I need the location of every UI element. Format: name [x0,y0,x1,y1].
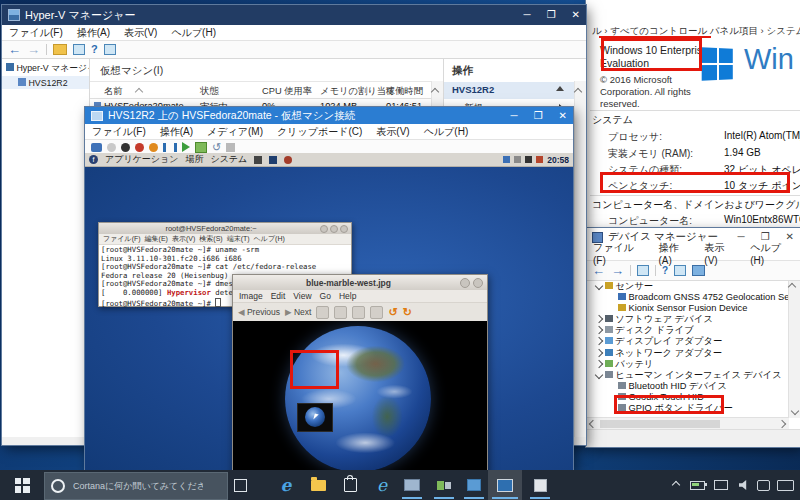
menu-edit[interactable]: Edit [271,291,286,301]
floppy-icon[interactable] [226,143,235,152]
actions-host-header[interactable]: HVS12R2 [444,82,586,99]
menu-help[interactable]: Help [339,291,356,301]
close-button[interactable] [340,225,348,233]
tree-item-kionix[interactable]: Kionix Sensor Fusion Device [596,303,789,314]
minimize-button[interactable] [460,278,470,288]
tray-alert-icon[interactable] [536,156,543,163]
ctrl-alt-del-icon[interactable] [91,143,102,152]
tree-item-host[interactable]: HVS12R2 [2,76,89,89]
rotate-right-icon[interactable]: ↻ [403,307,412,318]
scroll-thumb[interactable] [600,420,720,428]
viewer-titlebar[interactable]: blue-marble-west.jpg [233,275,487,290]
menu-action[interactable]: 操作(A) [153,125,200,139]
menu-edit[interactable]: 編集(E) [145,234,168,244]
scroll-left-icon[interactable] [589,420,597,428]
fedora-menu-icon[interactable]: f [89,155,98,164]
export-folder-icon[interactable] [53,44,67,55]
hyperv-titlebar[interactable]: Hyper-V マネージャー ─ ❐ ✕ [2,5,586,25]
start-icon[interactable] [107,143,116,152]
col-cpu[interactable]: CPU 使用率 [262,85,312,98]
tray-volume[interactable] [734,470,754,500]
tree-item-network-adapters[interactable]: ネットワーク アダプター [596,348,789,359]
menu-view[interactable]: 表示(V) [697,241,743,266]
menu-terminal[interactable]: 端末(T) [227,234,250,244]
menu-action[interactable]: 操作(A) [651,241,697,266]
menu-view[interactable]: 表示(V) [172,234,195,244]
taskbar-internet-explorer[interactable]: e [368,470,396,500]
system-window-titlebar[interactable] [586,0,800,22]
shutdown-icon[interactable] [135,143,144,152]
tree-item-hyperv-root[interactable]: Hyper-V マネージャー [2,59,89,76]
scroll-up-icon[interactable] [431,88,439,96]
menu-view[interactable]: View [293,291,311,301]
fullscreen-icon[interactable] [370,306,383,319]
col-name[interactable]: 名前 [104,85,123,98]
zoom-fit-icon[interactable] [334,306,347,319]
taskbar-store[interactable] [336,470,364,500]
menu-help[interactable]: ヘルプ(H) [743,241,800,266]
monitor-icon[interactable] [692,265,705,276]
minimize-button[interactable]: ─ [511,111,518,121]
tray-show-hidden[interactable] [666,470,686,500]
menu-file[interactable]: ファイル(F) [103,234,141,244]
menu-action[interactable]: 操作(A) [70,26,117,40]
menu-help[interactable]: ヘルプ(H) [254,234,285,244]
tray-battery[interactable] [686,470,708,500]
mate-menu-system[interactable]: システム [210,153,247,166]
menu-file[interactable]: ファイル(F) [85,125,153,139]
maximize-button[interactable] [330,225,338,233]
tree-item-display-adapters[interactable]: ディスプレイ アダプター [596,336,789,347]
tree-item-broadcom-gnss[interactable]: Broadcom GNSS 4752 Geolocation Sensor [596,292,789,303]
close-button[interactable]: ✕ [559,111,567,121]
taskbar-app-vmconnect-active[interactable] [488,470,522,500]
menu-view[interactable]: 表示(V) [117,26,164,40]
save-icon[interactable] [149,143,158,152]
tree-item-goodix-touch-hid[interactable]: Goodix Touch HID [596,392,789,403]
scroll-down-icon[interactable] [791,407,799,415]
menu-media[interactable]: メディア(M) [200,125,270,139]
next-button[interactable]: ▶ Next [285,307,311,317]
browser-launcher-icon[interactable] [269,156,277,164]
collapse-icon[interactable] [556,86,564,91]
tree-item-gpio-buttons[interactable]: GPIO ボタン ドライバー [596,403,789,414]
tray-volume-icon[interactable] [525,156,532,163]
tray-network-icon[interactable] [503,156,510,163]
taskbar-app-window[interactable] [460,470,488,500]
tree-item-sensors[interactable]: センサー [596,281,789,292]
revert-icon[interactable]: ↺ [212,142,221,153]
help-icon[interactable]: ? [91,44,98,55]
window-icon[interactable] [73,44,85,55]
menu-clipboard[interactable]: クリップボード(C) [270,125,369,139]
menu-help[interactable]: ヘルプ(H) [417,125,476,139]
actions-scrollbar[interactable] [574,81,586,437]
menu-image[interactable]: Image [239,291,263,301]
zoom-normal-icon[interactable] [352,306,365,319]
magnifier-thumbnail[interactable] [297,403,333,432]
vmconnect-titlebar[interactable]: HVS12R2 上の HVSFedora20mate - 仮想マシン接続 ─ ❐… [85,107,573,124]
forward-icon[interactable]: → [27,43,40,56]
scroll-up-icon[interactable] [788,283,796,291]
help-icon[interactable]: ? [662,266,668,276]
tree-item-bluetooth-hid[interactable]: Bluetooth HID デバイス [596,381,789,392]
tray-network[interactable] [710,470,732,500]
mate-clock[interactable]: 20:58 [547,155,569,165]
firefox-launcher-icon[interactable] [284,156,292,164]
menu-file[interactable]: ファイル(F) [2,26,70,40]
window-icon[interactable] [104,44,116,55]
tree-item-software-devices[interactable]: ソフトウェア デバイス [596,314,789,325]
mate-menu-applications[interactable]: アプリケーション [105,153,178,166]
rotate-left-icon[interactable]: ↺ [388,307,397,318]
maximize-button[interactable]: ❐ [534,111,543,121]
taskbar-app-hyperv[interactable] [398,470,426,500]
pause-icon[interactable] [163,143,177,152]
forward-icon[interactable]: → [611,264,624,277]
taskbar-app-device-manager[interactable] [526,470,554,500]
taskbar-edge[interactable]: e [272,470,300,500]
breadcrumb[interactable]: ル › すべてのコントロール パネル項目 › システム [592,25,800,38]
minimize-button[interactable] [320,225,328,233]
tree-item-disk-drives[interactable]: ディスク ドライブ [596,325,789,336]
reset-icon[interactable] [182,142,190,152]
terminal-launcher-icon[interactable] [254,156,262,164]
mate-menu-places[interactable]: 場所 [185,153,203,166]
tree-item-hid[interactable]: ヒューマン インターフェイス デバイス [596,370,789,381]
